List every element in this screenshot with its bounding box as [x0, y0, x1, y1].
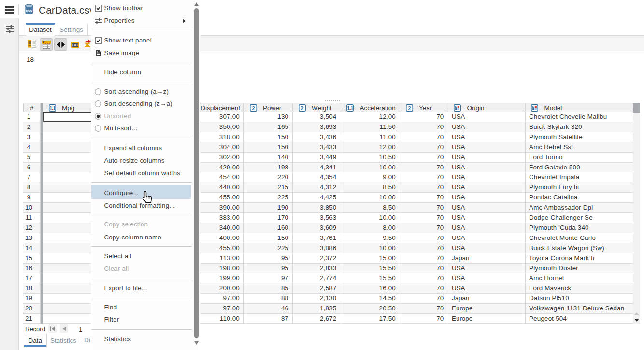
svg-text:TXT: TXT [72, 43, 78, 47]
svg-text:1: 1 [49, 105, 52, 111]
svg-text:2: 2 [252, 105, 255, 111]
svg-text:T: T [43, 41, 45, 44]
svg-text:1: 1 [351, 105, 354, 111]
svg-text:1: 1 [53, 105, 56, 111]
svg-text:2: 2 [301, 105, 303, 111]
svg-text:1: 1 [347, 105, 350, 111]
svg-text:csv: csv [26, 8, 33, 13]
svg-text:2: 2 [408, 105, 411, 111]
